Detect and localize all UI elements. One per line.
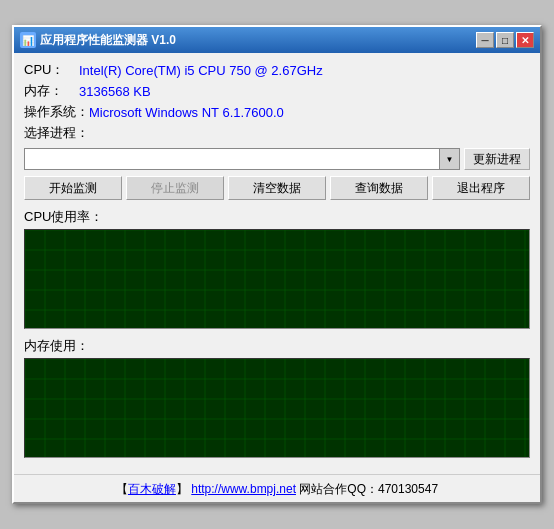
process-row: 选择进程： <box>24 124 530 142</box>
content-area: CPU： Intel(R) Core(TM) i5 CPU 750 @ 2.67… <box>14 53 540 474</box>
footer-link[interactable]: 百木破解 <box>128 482 176 496</box>
memory-info-row: 内存： 3136568 KB <box>24 82 530 100</box>
close-button[interactable]: ✕ <box>516 32 534 48</box>
cpu-monitor-section: CPU使用率： <box>24 208 530 329</box>
title-bar-buttons: ─ □ ✕ <box>476 32 534 48</box>
window-title: 应用程序性能监测器 V1.0 <box>40 32 176 49</box>
footer: 【百木破解】 http://www.bmpj.net 网站合作QQ：470130… <box>14 474 540 502</box>
process-input[interactable] <box>25 149 439 169</box>
footer-bracket-open: 【 <box>116 482 128 496</box>
minimize-button[interactable]: ─ <box>476 32 494 48</box>
os-label: 操作系统： <box>24 103 89 121</box>
start-monitor-button[interactable]: 开始监测 <box>24 176 122 200</box>
process-select-wrapper: ▼ <box>24 148 460 170</box>
os-value: Microsoft Windows NT 6.1.7600.0 <box>89 105 284 120</box>
update-process-button[interactable]: 更新进程 <box>464 148 530 170</box>
memory-monitor-graph <box>24 358 530 458</box>
footer-url[interactable]: http://www.bmpj.net <box>191 482 296 496</box>
cpu-info-row: CPU： Intel(R) Core(TM) i5 CPU 750 @ 2.67… <box>24 61 530 79</box>
memory-monitor-label: 内存使用： <box>24 337 530 355</box>
stop-monitor-button[interactable]: 停止监测 <box>126 176 224 200</box>
process-select-row: ▼ 更新进程 <box>24 148 530 170</box>
dropdown-arrow-icon: ▼ <box>446 155 454 164</box>
footer-bracket-close: 】 <box>176 482 188 496</box>
main-window: 📊 应用程序性能监测器 V1.0 ─ □ ✕ CPU： Intel(R) Cor… <box>12 25 542 504</box>
footer-separator: 网站合作QQ：470130547 <box>299 482 438 496</box>
memory-value: 3136568 KB <box>79 84 151 99</box>
cpu-monitor-graph <box>24 229 530 329</box>
app-icon: 📊 <box>20 32 36 48</box>
maximize-button[interactable]: □ <box>496 32 514 48</box>
memory-label: 内存： <box>24 82 79 100</box>
os-info-row: 操作系统： Microsoft Windows NT 6.1.7600.0 <box>24 103 530 121</box>
process-label: 选择进程： <box>24 124 89 142</box>
clear-data-button[interactable]: 清空数据 <box>228 176 326 200</box>
cpu-value: Intel(R) Core(TM) i5 CPU 750 @ 2.67GHz <box>79 63 323 78</box>
dropdown-arrow-button[interactable]: ▼ <box>439 149 459 169</box>
title-bar-left: 📊 应用程序性能监测器 V1.0 <box>20 32 176 49</box>
cpu-monitor-label: CPU使用率： <box>24 208 530 226</box>
action-button-row: 开始监测 停止监测 清空数据 查询数据 退出程序 <box>24 176 530 200</box>
title-bar: 📊 应用程序性能监测器 V1.0 ─ □ ✕ <box>14 27 540 53</box>
query-data-button[interactable]: 查询数据 <box>330 176 428 200</box>
memory-canvas <box>25 359 529 457</box>
exit-program-button[interactable]: 退出程序 <box>432 176 530 200</box>
memory-monitor-section: 内存使用： <box>24 337 530 458</box>
cpu-label: CPU： <box>24 61 79 79</box>
cpu-canvas <box>25 230 529 328</box>
